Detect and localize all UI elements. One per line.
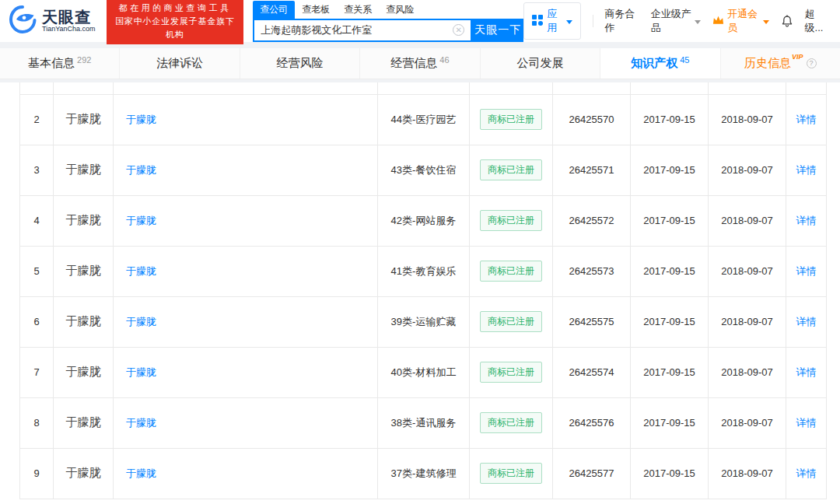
applicant-link[interactable]: 于朦胧: [126, 265, 156, 277]
cell-applicant: 于朦胧: [114, 195, 378, 246]
cell-trademark-name: 于朦胧: [54, 296, 114, 347]
search-input[interactable]: [261, 24, 453, 36]
cell-reg-number: 26425574: [553, 347, 631, 397]
status-badge: 商标已注册: [480, 463, 542, 484]
status-badge: 商标已注册: [480, 159, 542, 180]
logo-title: 天眼查: [42, 9, 96, 26]
detail-link[interactable]: 详情: [796, 316, 817, 327]
table-row-partial: [20, 82, 827, 94]
detail-link[interactable]: 详情: [796, 467, 817, 479]
trademark-section: 2 于朦胧 于朦胧 44类-医疗园艺 商标已注册 26425570 2017-0…: [0, 82, 840, 504]
search-tab-relation[interactable]: 查关系: [337, 1, 379, 19]
applicant-link[interactable]: 于朦胧: [126, 164, 156, 176]
detail-link[interactable]: 详情: [796, 265, 817, 277]
business-cooperation-link[interactable]: 商务合作: [604, 7, 639, 35]
tab-legal-litigation[interactable]: 法律诉讼: [119, 48, 239, 79]
table-row: 3 于朦胧 于朦胧 43类-餐饮住宿 商标已注册 26425571 2017-0…: [20, 145, 827, 195]
applicant-link[interactable]: 于朦胧: [126, 215, 156, 226]
cell-index: 5: [20, 246, 54, 296]
cell-reg-number: 26425573: [553, 246, 631, 296]
cell-index: 6: [20, 296, 54, 347]
table-row: 6 于朦胧 于朦胧 39类-运输贮藏 商标已注册 26425575 2017-0…: [20, 296, 827, 347]
applicant-link[interactable]: 于朦胧: [126, 467, 156, 479]
open-vip-menu[interactable]: 开通会员: [712, 7, 769, 35]
tab-label: 知识产权: [631, 56, 677, 71]
info-icon[interactable]: ?: [807, 58, 817, 68]
cell-action: 详情: [786, 397, 827, 448]
cell-empty: [709, 82, 786, 94]
cell-reg-number: 26425570: [553, 94, 631, 145]
user-account-menu[interactable]: 超级...: [805, 7, 829, 35]
detail-link[interactable]: 详情: [796, 417, 817, 429]
cell-empty: [631, 82, 709, 94]
table-row: 5 于朦胧 于朦胧 41类-教育娱乐 商标已注册 26425573 2017-0…: [20, 246, 827, 296]
cell-trademark-name: 于朦胧: [54, 145, 114, 195]
applicant-link[interactable]: 于朦胧: [126, 417, 156, 429]
tab-history-info[interactable]: 历史信息 VIP ?: [720, 48, 840, 79]
applicant-link[interactable]: 于朦胧: [126, 114, 156, 125]
cell-applicant: 于朦胧: [114, 145, 378, 195]
notification-bell-icon[interactable]: [781, 15, 793, 28]
header-menu: 应用 商务合作 企业级产品 开通会员 超级...: [523, 2, 829, 40]
apps-menu[interactable]: 应用: [523, 2, 580, 40]
cell-reg-date: 2018-09-07: [709, 195, 786, 246]
table-row: 9 于朦胧 于朦胧 37类-建筑修理 商标已注册 26425577 2017-0…: [20, 448, 827, 499]
cell-reg-number: 26425576: [553, 397, 631, 448]
cell-apply-date: 2017-09-15: [631, 397, 709, 448]
cell-reg-date: 2018-09-07: [709, 397, 786, 448]
tianyancha-logo[interactable]: 天眼查 TianYanCha.com: [8, 5, 96, 37]
applicant-link[interactable]: 于朦胧: [126, 366, 156, 378]
tab-label: 经营风险: [277, 56, 324, 71]
applicant-link[interactable]: 于朦胧: [126, 316, 156, 327]
trademark-table-body: 2 于朦胧 于朦胧 44类-医疗园艺 商标已注册 26425570 2017-0…: [20, 82, 827, 499]
search-tab-risk[interactable]: 查风险: [379, 1, 421, 19]
cell-action: 详情: [786, 145, 827, 195]
tab-intellectual-property[interactable]: 知识产权 45: [600, 48, 719, 79]
cell-applicant: 于朦胧: [114, 94, 378, 145]
cell-status: 商标已注册: [470, 246, 553, 296]
logo-subtitle: TianYanCha.com: [42, 26, 96, 33]
cell-trademark-name: 于朦胧: [54, 347, 114, 397]
search-area: 查公司 查老板 查关系 查风险 ✕ 天眼一下: [253, 1, 523, 42]
cell-category: 38类-通讯服务: [378, 397, 470, 448]
tab-business-info[interactable]: 经营信息 46: [359, 48, 479, 79]
cell-reg-date: 2018-09-07: [709, 347, 786, 397]
detail-link[interactable]: 详情: [796, 215, 817, 226]
tab-company-development[interactable]: 公司发展: [480, 48, 600, 79]
table-row: 7 于朦胧 于朦胧 40类-材料加工 商标已注册 26425574 2017-0…: [20, 347, 827, 397]
detail-link[interactable]: 详情: [796, 114, 817, 125]
cell-empty: [54, 82, 114, 94]
cell-apply-date: 2017-09-15: [631, 195, 709, 246]
cell-reg-number: 26425572: [553, 195, 631, 246]
cell-category: 44类-医疗园艺: [378, 94, 470, 145]
search-button[interactable]: 天眼一下: [472, 19, 523, 42]
cell-index: 9: [20, 448, 54, 499]
cell-action: 详情: [786, 246, 827, 296]
cell-apply-date: 2017-09-15: [631, 94, 709, 145]
cell-action: 详情: [786, 347, 827, 397]
cell-index: 7: [20, 347, 54, 397]
tab-basic-info[interactable]: 基本信息 292: [0, 48, 119, 79]
cell-applicant: 于朦胧: [114, 246, 378, 296]
status-badge: 商标已注册: [480, 362, 542, 383]
cell-status: 商标已注册: [470, 448, 553, 499]
detail-link[interactable]: 详情: [796, 366, 817, 378]
tab-count: 46: [439, 55, 449, 65]
open-vip-label: 开通会员: [727, 7, 758, 35]
enterprise-product-menu[interactable]: 企业级产品: [651, 7, 701, 35]
tab-operational-risk[interactable]: 经营风险: [240, 48, 359, 79]
table-row: 4 于朦胧 于朦胧 42类-网站服务 商标已注册 26425572 2017-0…: [20, 195, 827, 246]
cell-status: 商标已注册: [470, 145, 553, 195]
detail-link[interactable]: 详情: [796, 164, 817, 176]
cell-apply-date: 2017-09-15: [631, 246, 709, 296]
trademark-table: 2 于朦胧 于朦胧 44类-医疗园艺 商标已注册 26425570 2017-0…: [19, 82, 827, 499]
cell-category: 39类-运输贮藏: [378, 296, 470, 347]
search-tab-boss[interactable]: 查老板: [295, 1, 337, 19]
clear-search-icon[interactable]: ✕: [453, 24, 464, 36]
cell-trademark-name: 于朦胧: [54, 397, 114, 448]
cell-applicant: 于朦胧: [114, 296, 378, 347]
cell-category: 42类-网站服务: [378, 195, 470, 246]
search-tab-company[interactable]: 查公司: [253, 1, 295, 19]
cell-reg-number: 26425575: [553, 296, 631, 347]
chevron-down-icon: [695, 20, 701, 24]
